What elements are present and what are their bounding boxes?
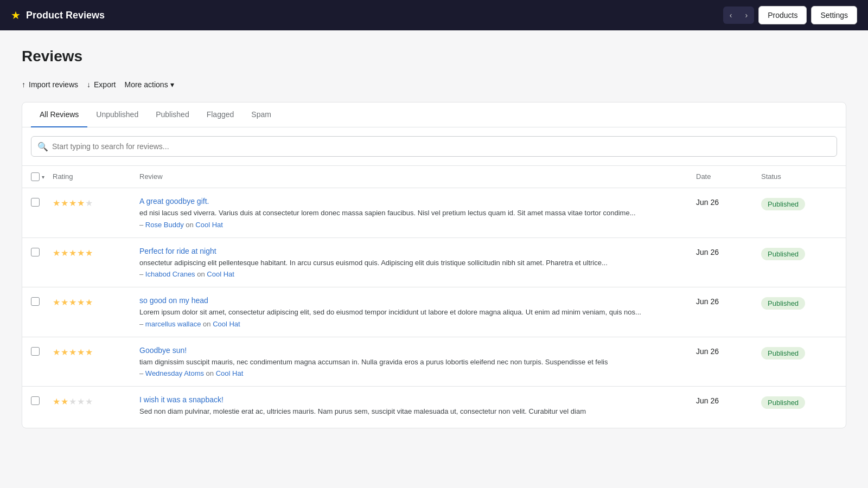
review-cell: Goodbye sun! tiam dignissim suscipit mau… (139, 346, 696, 378)
upload-icon: ↑ (22, 80, 25, 89)
nav-prev-button[interactable]: ‹ (723, 7, 739, 24)
tab-all-reviews[interactable]: All Reviews (31, 102, 87, 127)
review-product-link[interactable]: Cool Hat (195, 221, 223, 229)
status-badge: Published (761, 347, 805, 359)
star-filled: ★ (53, 396, 60, 407)
import-reviews-button[interactable]: ↑ Import reviews (22, 78, 78, 91)
status-cell: Published (761, 197, 837, 210)
status-badge: Published (761, 198, 805, 210)
status-cell: Published (761, 346, 837, 359)
star-filled: ★ (53, 198, 60, 208)
review-product-link[interactable]: Cool Hat (216, 369, 244, 377)
star-filled: ★ (61, 396, 68, 407)
row-checkbox[interactable] (31, 248, 40, 256)
app-title: Product Reviews (26, 10, 105, 21)
table-header: ▾ Rating Review Date Status (22, 166, 846, 188)
tab-unpublished[interactable]: Unpublished (87, 102, 147, 127)
date-cell: Jun 26 (696, 296, 761, 306)
header-checkbox-cell: ▾ (31, 172, 53, 181)
stars: ★★★★★ (53, 297, 93, 307)
star-empty: ★ (85, 198, 93, 208)
row-checkbox-cell (31, 296, 53, 306)
star-filled: ★ (77, 297, 85, 307)
star-empty: ★ (69, 396, 76, 407)
review-title[interactable]: Goodbye sun! (139, 346, 696, 355)
row-checkbox[interactable] (31, 297, 40, 306)
status-cell: Published (761, 247, 837, 260)
table-row: ★★★★★ I wish it was a snapback! Sed non … (22, 387, 846, 428)
star-filled: ★ (61, 198, 68, 208)
review-body: onsectetur adipiscing elit pellentesque … (139, 258, 696, 268)
review-title[interactable]: I wish it was a snapback! (139, 395, 696, 404)
export-label: Export (94, 80, 116, 89)
status-badge: Published (761, 248, 805, 260)
row-checkbox[interactable] (31, 347, 40, 356)
table-row: ★★★★★ A great goodbye gift. ed nisi lacu… (22, 188, 846, 238)
status-badge: Published (761, 396, 805, 409)
nav-next-button[interactable]: › (738, 7, 754, 24)
review-product-link[interactable]: Cool Hat (207, 270, 234, 278)
review-author-link[interactable]: marcellus wallace (145, 320, 201, 328)
col-status-header: Status (761, 172, 837, 181)
search-input[interactable] (31, 136, 837, 157)
review-author: – Ichabod Cranes on Cool Hat (139, 270, 696, 278)
search-wrapper: 🔍 (31, 136, 837, 157)
toolbar: ↑ Import reviews ↓ Export More actions ▾ (22, 78, 846, 91)
date-cell: Jun 26 (696, 346, 761, 356)
status-badge: Published (761, 297, 805, 310)
review-body: Sed non diam pulvinar, molestie erat ac,… (139, 406, 696, 417)
table-row: ★★★★★ Perfect for ride at night onsectet… (22, 238, 846, 288)
review-body: ed nisi lacus sed viverra. Varius duis a… (139, 208, 696, 219)
stars: ★★★★★ (53, 396, 93, 407)
review-product-link[interactable]: Cool Hat (213, 320, 240, 328)
tab-spam[interactable]: Spam (242, 102, 280, 127)
star-filled: ★ (69, 347, 76, 357)
date-cell: Jun 26 (696, 247, 761, 256)
star-filled: ★ (77, 347, 85, 357)
top-bar-left: ★ Product Reviews (11, 9, 105, 22)
tab-flagged[interactable]: Flagged (198, 102, 243, 127)
review-author: – marcellus wallace on Cool Hat (139, 320, 696, 328)
review-cell: so good on my head Lorem ipsum dolor sit… (139, 296, 696, 328)
table-row: ★★★★★ so good on my head Lorem ipsum dol… (22, 287, 846, 337)
rating-cell: ★★★★★ (53, 395, 139, 407)
tab-published[interactable]: Published (147, 102, 198, 127)
header-checkbox[interactable] (31, 172, 40, 181)
review-author-link[interactable]: Rose Buddy (145, 221, 184, 229)
export-button[interactable]: ↓ Export (87, 78, 116, 91)
stars: ★★★★★ (53, 198, 93, 208)
import-label: Import reviews (29, 80, 78, 89)
date-cell: Jun 26 (696, 197, 761, 207)
review-author-link[interactable]: Wednesday Atoms (145, 369, 204, 377)
col-date-header: Date (696, 172, 761, 181)
rating-cell: ★★★★★ (53, 346, 139, 357)
star-filled: ★ (61, 297, 68, 307)
star-empty: ★ (77, 396, 85, 407)
row-checkbox-cell (31, 395, 53, 405)
star-empty: ★ (85, 396, 93, 407)
star-filled: ★ (85, 297, 93, 307)
review-title[interactable]: so good on my head (139, 296, 696, 305)
star-filled: ★ (85, 347, 93, 357)
more-actions-button[interactable]: More actions ▾ (125, 80, 174, 89)
status-cell: Published (761, 395, 837, 409)
settings-button[interactable]: Settings (811, 6, 857, 24)
star-icon: ★ (11, 9, 21, 22)
row-checkbox-cell (31, 346, 53, 356)
col-review-header: Review (139, 172, 696, 181)
row-checkbox[interactable] (31, 396, 40, 405)
row-checkbox-cell (31, 247, 53, 256)
review-title[interactable]: Perfect for ride at night (139, 247, 696, 255)
review-author: – Wednesday Atoms on Cool Hat (139, 369, 696, 377)
review-cell: I wish it was a snapback! Sed non diam p… (139, 395, 696, 419)
review-cell: Perfect for ride at night onsectetur adi… (139, 247, 696, 279)
row-checkbox[interactable] (31, 198, 40, 207)
tabs-container: All Reviews Unpublished Published Flagge… (22, 102, 846, 127)
header-chevron-icon[interactable]: ▾ (42, 174, 44, 180)
review-title[interactable]: A great goodbye gift. (139, 197, 696, 206)
products-button[interactable]: Products (758, 6, 807, 24)
star-filled: ★ (53, 347, 60, 357)
col-rating-header: Rating (53, 172, 139, 181)
review-author-link[interactable]: Ichabod Cranes (145, 270, 195, 278)
review-body: Lorem ipsum dolor sit amet, consectetur … (139, 307, 696, 318)
